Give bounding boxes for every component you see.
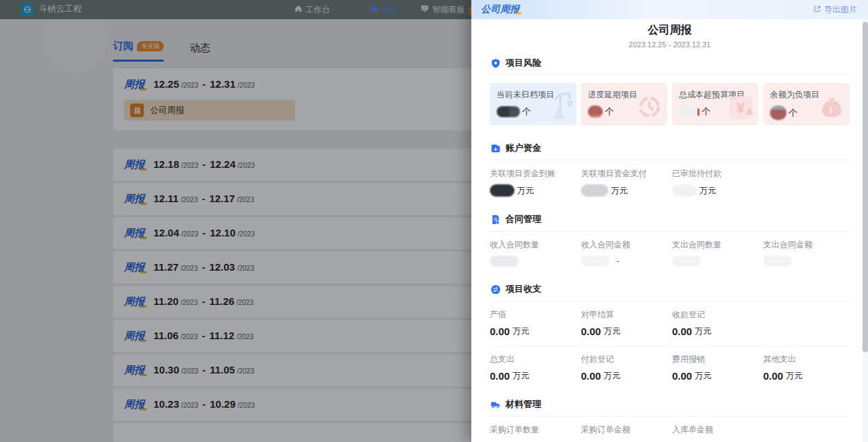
export-icon [813,5,821,15]
stat-total-expense: 总支出 0.00万元 [490,354,576,382]
stat-output-value: 产值 0.00万元 [490,309,576,337]
section-contract-management: 合同管理 [490,213,850,225]
redacted-value [497,106,520,117]
redacted-red-digit [697,108,699,116]
redacted-value [679,106,695,118]
scrollbar-thumb[interactable] [863,22,868,352]
stat-funds-received: 关联项目资金到账 万元 [490,168,576,197]
scrollbar[interactable] [863,19,868,442]
risk-card-negative-balance: 余额为负项目 个 ! [763,83,850,125]
stat-purchase-order-count: 采购订单数量 0个 [490,424,576,442]
redacted-value [588,106,603,118]
divider [490,231,850,232]
stat-income-contract-amount: 收入合同金额 - [581,239,667,267]
stat-expense-contract-count: 支出合同数量 [672,239,758,267]
risk-card-unarchived: 当前未归档项目 个 [490,83,576,125]
stat-receipt-register: 收款登记 0.00万元 [672,309,758,337]
stat-owner-settlement: 对甲结算 0.00万元 [581,309,667,337]
moneybag-icon: ! [817,93,846,124]
panel-date-range: 2023.12.25 - 2023.12.31 [471,40,868,49]
weekly-report-panel: 公司周报 导出图片 公司周报 2023.12.25 - 2023.12.31 项… [471,0,868,442]
redacted-value [490,256,519,267]
stat-payment-register: 付款登记 0.00万元 [581,354,667,382]
export-image-button[interactable]: 导出图片 [813,4,857,16]
modal-backdrop[interactable] [0,0,471,442]
redacted-value [581,184,608,197]
redacted-value [490,184,514,197]
income-grid-row1: 产值 0.00万元 对甲结算 0.00万元 收款登记 0.00万元 [490,309,850,337]
wallet-icon [490,143,501,154]
contracts-grid: 收入合同数量 收入合同金额 - 支出合同数量 支出合同金额 [490,239,850,267]
stat-income-contract-count: 收入合同数量 [490,239,576,267]
stat-expense-contract-amount: 支出合同金额 [763,239,850,267]
panel-body: 项目风险 当前未归档项目 个 进度延期项目 个 总成本超预算项目 个 ¥ [471,57,868,442]
section-project-risk: 项目风险 [490,57,850,69]
stat-other-expense: 其他支出 0.00万元 [763,354,850,382]
crane-icon [544,91,573,124]
transfer-icon [490,284,501,295]
stat-purchase-order-amount: 采购订单金额 0.00万元 [581,424,667,442]
section-project-income: 项目收支 [490,283,850,295]
divider [490,301,850,302]
company-report-logo: 公司周报 [481,3,519,16]
clock-icon [635,93,664,124]
stat-expense-reimburse: 费用报销 0.00万元 [672,354,758,382]
redacted-value [581,256,610,267]
redacted-value [672,256,701,267]
yen-icon: ¥ [728,94,755,124]
panel-header-band: 公司周报 导出图片 [471,0,868,19]
stat-inbound-amount: 入库单金额 0.00万元 [672,424,758,442]
stat-funds-pending: 已审批待付款 万元 [672,168,758,197]
divider [490,345,850,346]
divider [490,416,850,417]
panel-title: 公司周报 [471,23,868,38]
truck-icon [490,399,501,410]
income-grid-row2: 总支出 0.00万元 付款登记 0.00万元 费用报销 0.00万元 其他支出 … [490,354,850,382]
risk-card-delayed: 进度延期项目 个 [581,83,667,125]
divider [490,75,850,75]
risk-card-grid: 当前未归档项目 个 进度延期项目 个 总成本超预算项目 个 ¥ 余额为负项目 个 [490,83,850,125]
divider [490,160,850,160]
export-label: 导出图片 [824,4,857,16]
contract-icon [490,214,501,225]
shield-icon [490,58,501,69]
redacted-value [672,184,697,197]
app-root: 斗栱云工程 工作台 动态 智能看板 专业版 订阅 专业版 动态 [0,0,868,442]
funds-grid: 关联项目资金到账 万元 关联项目资金支付 万元 已审批待付款 万元 [490,168,850,197]
section-account-funds: 账户资金 [490,142,850,154]
svg-text:!: ! [830,105,833,116]
risk-card-over-budget: 总成本超预算项目 个 ¥ [672,83,758,125]
redacted-value [770,106,786,120]
section-material-management: 材料管理 [490,398,850,410]
stat-funds-paid: 关联项目资金支付 万元 [581,168,667,197]
redacted-value [763,256,792,267]
svg-text:¥: ¥ [736,99,745,116]
materials-grid: 采购订单数量 0个 采购订单金额 0.00万元 入库单金额 0.00万元 [490,424,850,442]
